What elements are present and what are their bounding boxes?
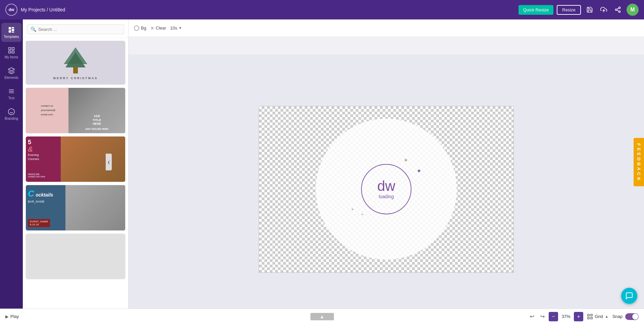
sidebar-label-branding: Branding bbox=[5, 117, 18, 120]
play-icon: ▶ bbox=[5, 314, 8, 319]
zoom-value: 37% bbox=[560, 314, 572, 319]
upload-button[interactable] bbox=[598, 4, 609, 15]
play-button[interactable]: ▶ Play bbox=[5, 314, 19, 319]
star-decoration-3: ★ bbox=[351, 208, 354, 211]
template-card-fitness[interactable]: contact usyourname@email.com ADDTITLEHER… bbox=[26, 88, 126, 133]
dw-logo[interactable]: dw bbox=[5, 4, 17, 16]
sidebar-item-templates[interactable]: Templates bbox=[1, 23, 21, 42]
clear-x-icon: ✕ bbox=[150, 25, 154, 31]
sidebar-item-elements[interactable]: Elements bbox=[1, 64, 21, 83]
sidebar-label-templates: Templates bbox=[4, 35, 19, 39]
feedback-tab[interactable]: F E E D B A C K bbox=[634, 138, 644, 186]
svg-point-2 bbox=[615, 9, 617, 11]
svg-line-4 bbox=[617, 10, 619, 11]
christmas-text: MERRY CHRISTMAS bbox=[53, 76, 98, 80]
star-decoration-4: ★ bbox=[361, 213, 363, 216]
logo-container: ★ ✦ ★ ★ dw loading bbox=[361, 164, 411, 214]
templates-grid: MERRY CHRISTMAS contact usyourname@email… bbox=[23, 38, 128, 324]
loading-logo: ★ ✦ ★ ★ dw loading bbox=[361, 164, 411, 214]
canvas-frame[interactable]: ★ ✦ ★ ★ dw loading bbox=[259, 106, 514, 273]
bottom-left: ▶ Play bbox=[5, 314, 19, 319]
bg-radio[interactable]: Bg bbox=[134, 25, 146, 31]
svg-rect-6 bbox=[9, 27, 11, 30]
sidebar-label-text: Text bbox=[8, 96, 14, 100]
my-items-icon bbox=[8, 47, 15, 54]
header-left: dw My Projects / Untitled bbox=[5, 4, 65, 16]
template-card-more[interactable] bbox=[26, 233, 126, 279]
zoom-plus-button[interactable]: + bbox=[574, 312, 583, 321]
time-chevron-icon: ▼ bbox=[179, 26, 182, 30]
star-decoration-2: ✦ bbox=[416, 167, 422, 175]
svg-rect-11 bbox=[9, 48, 11, 50]
undo-button[interactable]: ↩ bbox=[528, 311, 536, 322]
svg-rect-10 bbox=[12, 32, 14, 33]
elements-icon bbox=[8, 67, 15, 74]
svg-rect-24 bbox=[588, 317, 589, 319]
svg-line-5 bbox=[617, 8, 619, 9]
sidebar-item-branding[interactable]: Branding bbox=[1, 105, 21, 124]
template-card-christmas[interactable]: MERRY CHRISTMAS bbox=[26, 41, 126, 85]
svg-point-16 bbox=[8, 109, 14, 115]
share-button[interactable] bbox=[612, 4, 623, 15]
avatar[interactable]: M bbox=[627, 4, 639, 16]
search-input-wrap[interactable]: 🔍 bbox=[27, 24, 124, 34]
grid-label: Grid bbox=[595, 314, 603, 319]
christmas-tree-svg bbox=[62, 46, 89, 76]
time-label: 10s bbox=[170, 25, 177, 31]
search-icon: 🔍 bbox=[31, 26, 36, 32]
main-layout: Templates My Items Elements Text bbox=[0, 19, 644, 324]
zoom-minus-button[interactable]: − bbox=[549, 312, 558, 321]
collapse-handle[interactable]: ❮ bbox=[106, 154, 112, 170]
handle-up-icon: ▲ bbox=[320, 314, 325, 319]
save-button[interactable] bbox=[584, 4, 595, 15]
sidebar-item-text[interactable]: Text bbox=[1, 84, 21, 103]
logo-circle: dw loading bbox=[361, 164, 411, 214]
more-thumb bbox=[26, 234, 125, 279]
snap-knob bbox=[632, 314, 638, 320]
play-label: Play bbox=[10, 314, 19, 319]
grid-chevron-icon: ▲ bbox=[605, 315, 608, 318]
fitness-thumb: contact usyourname@email.com ADDTITLEHER… bbox=[26, 88, 125, 133]
templates-panel: 🔍 MERRY CHRISTMAS bbox=[23, 19, 129, 324]
sidebar-label-elements: Elements bbox=[4, 76, 18, 79]
template-card-cocktails[interactable]: C ocktails BAR_NAME EVENT_NAME 8.10.16 bbox=[26, 185, 126, 231]
sidebar-item-my-items[interactable]: My Items bbox=[1, 43, 21, 62]
template-icon bbox=[8, 26, 15, 34]
time-selector[interactable]: 10s ▼ bbox=[170, 25, 182, 31]
zoom-controls: ↩ ↪ − 37% + bbox=[528, 311, 583, 322]
canvas-area[interactable]: ★ ✦ ★ ★ dw loading bbox=[129, 54, 644, 324]
snap-control: Snap bbox=[612, 313, 639, 320]
quick-resize-button[interactable]: Quick Resize bbox=[518, 5, 554, 15]
resize-button[interactable]: Resize bbox=[557, 5, 581, 15]
clear-button[interactable]: ✕ Clear bbox=[150, 25, 166, 31]
svg-rect-22 bbox=[588, 314, 589, 316]
search-input[interactable] bbox=[38, 27, 120, 32]
canvas-handle[interactable]: ▲ bbox=[310, 313, 334, 320]
clear-label: Clear bbox=[156, 25, 166, 31]
logo-loading-text: loading bbox=[379, 194, 394, 199]
christmas-thumb: MERRY CHRISTMAS bbox=[26, 41, 125, 85]
svg-rect-7 bbox=[12, 27, 14, 29]
sidebar-label-my-items: My Items bbox=[5, 55, 18, 59]
grid-controls[interactable]: Grid ▲ bbox=[587, 314, 608, 319]
snap-label: Snap bbox=[612, 314, 623, 319]
chat-button[interactable] bbox=[621, 288, 637, 304]
svg-rect-9 bbox=[9, 30, 11, 33]
grid-icon bbox=[587, 314, 593, 319]
redo-button[interactable]: ↪ bbox=[538, 311, 547, 322]
svg-marker-15 bbox=[8, 68, 14, 71]
bg-label: Bg bbox=[141, 25, 146, 31]
svg-point-3 bbox=[619, 11, 621, 12]
canvas-wrapper: ★ ✦ ★ ★ dw loading bbox=[259, 106, 514, 273]
sidebar-icons: Templates My Items Elements Text bbox=[0, 19, 23, 324]
templates-search: 🔍 bbox=[23, 19, 128, 38]
svg-rect-14 bbox=[12, 51, 14, 53]
snap-toggle[interactable] bbox=[625, 313, 639, 320]
svg-rect-25 bbox=[591, 317, 592, 319]
svg-rect-8 bbox=[12, 29, 14, 31]
bg-radio-circle bbox=[134, 25, 139, 31]
svg-rect-21 bbox=[73, 67, 78, 73]
svg-rect-12 bbox=[12, 48, 14, 50]
main-area: Bg ✕ Clear 10s ▼ bbox=[129, 19, 644, 324]
branding-icon bbox=[8, 108, 15, 115]
